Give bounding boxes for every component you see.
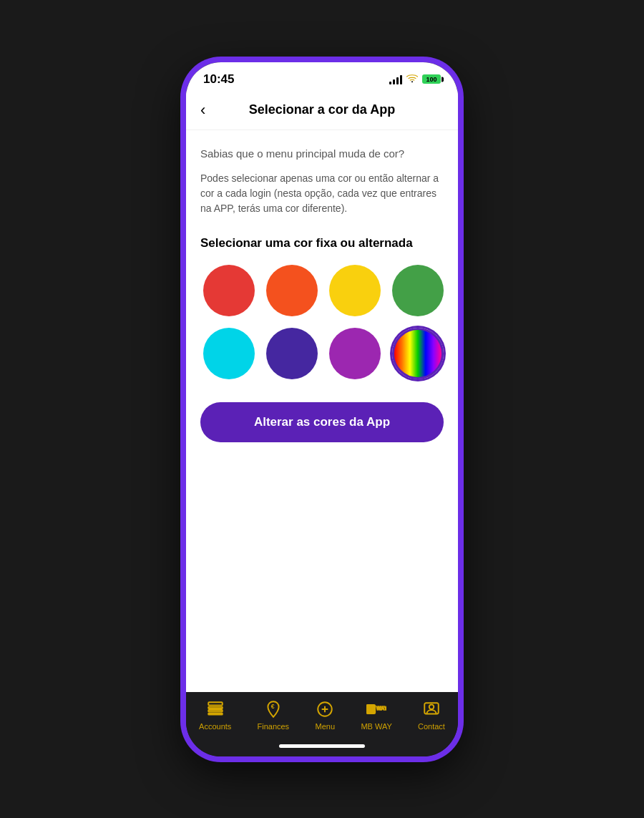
cta-button[interactable]: Alterar as cores da App (200, 402, 444, 442)
svg-rect-2 (208, 706, 223, 708)
section-label: Selecionar uma cor fixa ou alternada (200, 236, 444, 250)
finances-label: Finances (257, 722, 289, 731)
nav-item-mbway[interactable]: MB WAY MB WAY (361, 699, 391, 731)
accounts-label: Accounts (199, 722, 231, 731)
color-grid (200, 265, 444, 379)
menu-label: Menu (316, 722, 336, 731)
color-yellow[interactable] (329, 265, 381, 316)
mbway-icon: MB WAY (366, 699, 386, 719)
nav-item-contact[interactable]: Contact (418, 699, 445, 731)
color-purple[interactable] (266, 328, 318, 379)
svg-rect-4 (208, 713, 223, 714)
wifi-icon (406, 73, 418, 85)
contact-label: Contact (418, 722, 445, 731)
color-red[interactable] (203, 265, 255, 316)
nav-item-finances[interactable]: € Finances (257, 699, 289, 731)
battery-icon: 100 (422, 74, 441, 84)
svg-point-13 (429, 704, 434, 709)
nav-item-menu[interactable]: Menu (315, 699, 335, 731)
bottom-nav: Accounts € Finances Menu (186, 692, 458, 736)
status-time: 10:45 (203, 72, 234, 87)
signal-icon (389, 74, 402, 84)
phone-frame: 10:45 100 ‹ (182, 59, 462, 760)
svg-rect-3 (208, 710, 223, 711)
nav-item-accounts[interactable]: Accounts (199, 699, 231, 731)
info-text-1: Sabias que o menu principal muda de cor? (200, 147, 444, 160)
color-green[interactable] (392, 265, 444, 316)
accounts-icon (205, 699, 225, 719)
status-bar: 10:45 100 (186, 62, 458, 91)
svg-text:WAY: WAY (376, 705, 386, 710)
color-cyan[interactable] (203, 328, 255, 379)
screen-content: ‹ Selecionar a cor da App Sabias que o m… (186, 91, 458, 692)
color-rainbow[interactable] (392, 328, 444, 379)
finances-icon: € (263, 699, 283, 719)
svg-text:€: € (271, 702, 275, 709)
color-magenta[interactable] (329, 328, 381, 379)
color-orange[interactable] (266, 265, 318, 316)
home-indicator (186, 736, 458, 756)
info-text-2: Podes selecionar apenas uma cor ou então… (200, 171, 444, 216)
page-body: Sabias que o menu principal muda de cor?… (186, 130, 458, 692)
page-header: ‹ Selecionar a cor da App (186, 91, 458, 130)
page-title: Selecionar a cor da App (222, 102, 422, 117)
svg-rect-1 (208, 702, 223, 705)
contact-icon (421, 699, 441, 719)
svg-text:MB: MB (368, 707, 376, 712)
status-icons: 100 (389, 73, 441, 85)
svg-point-0 (411, 81, 413, 82)
home-bar (279, 744, 365, 748)
mbway-label: MB WAY (361, 722, 391, 731)
back-button[interactable]: ‹ (200, 101, 222, 120)
menu-icon (315, 699, 335, 719)
